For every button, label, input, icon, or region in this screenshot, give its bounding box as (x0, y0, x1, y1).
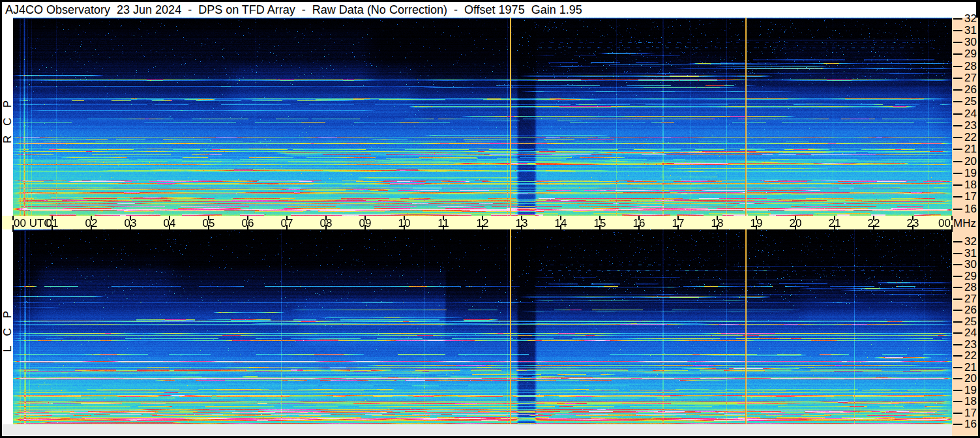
hour-label: 09 (349, 218, 381, 229)
freq-label: 16 (964, 203, 979, 214)
freq-label: 28 (964, 61, 979, 72)
freq-label: 27 (964, 293, 979, 304)
freq-tick (953, 149, 962, 150)
hour-label: 03 (114, 218, 147, 229)
hour-label: 00 (918, 218, 951, 229)
freq-tick (953, 413, 962, 414)
hour-label: 14 (544, 218, 577, 229)
hour-label: 01 (36, 218, 68, 229)
hour-label: 11 (427, 218, 460, 229)
hour-label: 13 (505, 218, 538, 229)
freq-tick (953, 125, 962, 126)
freq-tick (953, 113, 962, 115)
freq-label: 21 (964, 143, 979, 154)
hour-label: 21 (818, 218, 851, 229)
freq-tick (953, 378, 962, 379)
freq-label: 26 (964, 84, 979, 95)
hour-label: 15 (584, 218, 616, 229)
freq-label: 17 (964, 407, 979, 418)
freq-tick (953, 401, 962, 402)
hour-label: 18 (701, 218, 734, 229)
freq-tick (953, 184, 962, 186)
rcp-side-strip: RCP (2, 18, 13, 216)
bottom-margin-strip (2, 424, 952, 436)
freq-label: 31 (964, 248, 979, 259)
freq-label: 24 (964, 108, 979, 119)
freq-tick (953, 42, 962, 43)
freq-tick (953, 241, 962, 242)
hour-label: 05 (192, 218, 225, 229)
hour-label: 07 (271, 218, 303, 229)
freq-label: 27 (964, 72, 979, 83)
lcp-spectrogram-canvas (13, 229, 952, 424)
rcp-panel-label: RCP (2, 91, 13, 143)
freq-label: 18 (964, 179, 979, 190)
freq-label: 30 (964, 36, 979, 48)
freq-tick (953, 276, 962, 277)
freq-label: 23 (964, 120, 979, 131)
rcp-spectrogram-canvas (13, 18, 952, 216)
hour-label: 10 (388, 218, 421, 229)
freq-label: 22 (964, 350, 979, 361)
time-tick-bottom (951, 225, 953, 232)
freq-tick (953, 53, 962, 55)
hour-label: 12 (466, 218, 499, 229)
freq-label: 25 (964, 96, 979, 107)
freq-tick (953, 355, 962, 357)
freq-tick (953, 78, 962, 79)
page-title: AJ4CO Observatory 23 Jun 2024 - DPS on T… (2, 2, 976, 18)
lcp-panel-label: LCP (2, 301, 13, 352)
freq-tick (953, 264, 962, 265)
app-window: AJ4CO Observatory 23 Jun 2024 - DPS on T… (0, 0, 980, 438)
freq-label: 17 (964, 191, 979, 202)
freq-label: 20 (964, 156, 979, 167)
freq-tick (953, 18, 962, 20)
hour-label: 19 (740, 218, 773, 229)
hour-label: 16 (623, 218, 655, 229)
hour-label: 22 (857, 218, 890, 229)
time-tick-top (951, 216, 953, 220)
freq-tick (953, 287, 962, 288)
freq-label: 32 (964, 13, 979, 24)
freq-label: 16 (964, 418, 979, 430)
freq-tick (953, 30, 962, 31)
freq-tick (953, 161, 962, 162)
freq-label: 18 (964, 396, 979, 407)
freq-tick (953, 137, 962, 138)
hour-label: 17 (662, 218, 694, 229)
freq-label: 31 (964, 25, 979, 36)
hour-label: 20 (779, 218, 812, 229)
hour-label: 02 (75, 218, 108, 229)
freq-tick (953, 367, 962, 368)
freq-label: 25 (964, 316, 979, 327)
mhz-unit-label: MHz (953, 218, 976, 229)
freq-tick (953, 173, 962, 174)
freq-tick (953, 253, 962, 254)
freq-label: 29 (964, 270, 979, 282)
hour-label: 08 (310, 218, 342, 229)
hour-label: 04 (153, 218, 186, 229)
freq-label: 26 (964, 304, 979, 315)
freq-tick (953, 66, 962, 67)
freq-label: 19 (964, 168, 979, 179)
freq-label: 20 (964, 373, 979, 384)
freq-label: 29 (964, 48, 979, 59)
freq-tick (953, 344, 962, 345)
freq-label: 22 (964, 132, 979, 143)
freq-tick (953, 196, 962, 197)
freq-label: 30 (964, 259, 979, 270)
hour-label: 06 (231, 218, 264, 229)
freq-label: 21 (964, 362, 979, 373)
freq-tick (953, 89, 962, 91)
freq-label: 32 (964, 236, 979, 247)
freq-tick (953, 209, 962, 210)
lcp-side-strip: LCP (2, 229, 13, 424)
freq-tick (953, 390, 962, 391)
freq-tick (953, 424, 962, 425)
freq-label: 28 (964, 282, 979, 293)
freq-label: 19 (964, 385, 979, 396)
freq-tick (953, 332, 962, 334)
freq-tick (953, 299, 962, 300)
freq-label: 24 (964, 327, 979, 338)
freq-tick (953, 310, 962, 311)
